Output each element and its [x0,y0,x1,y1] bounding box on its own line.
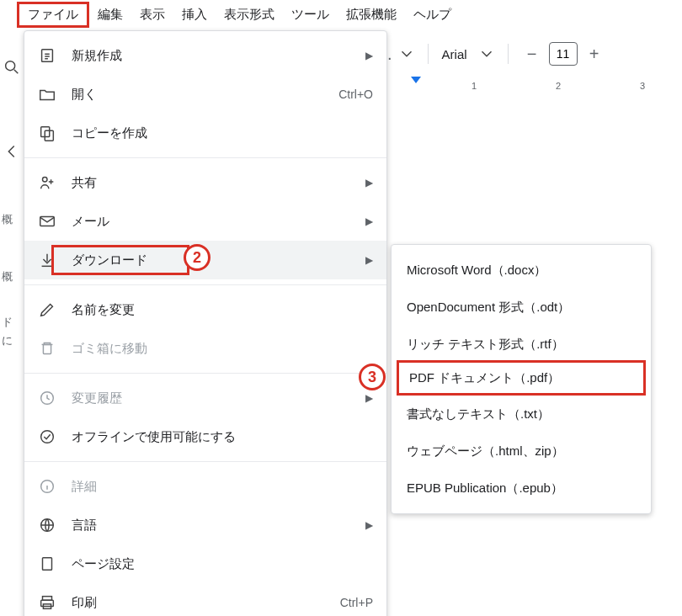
svg-rect-6 [43,344,51,353]
svg-rect-5 [40,217,55,226]
separator [428,44,429,64]
ruler-mark: 3 [640,81,645,91]
ruler-mark: 1 [472,81,477,91]
dropdown-small[interactable]: . [387,45,392,64]
separator [24,373,386,374]
submenu-arrow-icon: ▶ [365,392,373,404]
font-size-decrease[interactable]: − [522,44,542,64]
folder-icon [38,85,56,104]
menu-format[interactable]: 表示形式 [216,2,283,28]
outline-label2: 概 [2,269,13,284]
svg-point-4 [43,178,48,183]
outline-label: 概 [2,212,13,227]
file-plus-icon [38,46,56,65]
menu-help[interactable]: ヘルプ [405,2,460,28]
menu-tools[interactable]: ツール [283,2,338,28]
callout-3: 3 [359,364,386,390]
submenu-arrow-icon: ▶ [365,50,373,61]
download-txt[interactable]: 書式なしテキスト（.txt） [392,396,651,433]
callout-2: 2 [184,244,210,271]
menu-share[interactable]: 共有 ▶ [24,163,386,202]
font-select[interactable]: Arial [442,47,467,61]
menu-label: 変更履歴 [72,390,350,406]
menu-offline[interactable]: オフラインで使用可能にする [24,417,386,456]
submenu-arrow-icon: ▶ [365,177,373,189]
download-docx[interactable]: Microsoft Word（.docx） [392,252,651,289]
menu-label: ページ設定 [72,556,373,572]
separator [508,44,509,64]
shortcut-label: Ctrl+O [338,88,373,101]
menu-make-copy[interactable]: コピーを作成 [24,114,386,152]
offline-icon [38,427,56,446]
font-size-input[interactable]: 11 [549,42,578,66]
menu-print[interactable]: 印刷 Ctrl+P [24,583,386,616]
menu-email[interactable]: メール ▶ [24,202,386,241]
menu-label: 印刷 [72,595,325,611]
menu-label: オフラインで使用可能にする [72,429,373,445]
menu-label: メール [72,214,350,230]
submenu-arrow-icon: ▶ [365,519,373,531]
style-dropdown-arrow[interactable] [399,46,414,61]
page-icon [38,555,56,573]
menu-language[interactable]: 言語 ▶ [24,506,386,544]
shortcut-label: Ctrl+P [340,596,373,609]
info-icon [38,477,56,496]
separator [24,461,386,462]
menu-extensions[interactable]: 拡張機能 [338,2,405,28]
svg-point-8 [41,431,54,443]
indent-marker[interactable] [411,77,421,83]
trash-icon [38,339,56,358]
ruler-mark: 2 [556,81,561,91]
ruler[interactable]: 1 2 3 [387,81,682,101]
svg-point-0 [6,61,15,71]
download-html[interactable]: ウェブページ（.html、zip） [392,433,651,470]
copy-icon [38,124,56,142]
font-dropdown-arrow[interactable] [479,46,494,61]
menu-label: ゴミ箱に移動 [72,341,373,357]
ni-label: に [2,333,13,348]
search-icon[interactable] [0,50,24,84]
svg-rect-11 [43,558,52,571]
menu-label: 共有 [72,175,350,191]
menu-version-history: 変更履歴 ▶ [24,379,386,417]
separator [24,157,386,158]
submenu-arrow-icon: ▶ [365,254,373,266]
menu-label: 詳細 [72,479,373,495]
download-pdf[interactable]: PDF ドキュメント（.pdf） [397,360,646,396]
menu-edit[interactable]: 編集 [89,2,131,28]
menu-new[interactable]: 新規作成 ▶ [24,36,386,75]
svg-rect-1 [42,50,53,62]
menu-file[interactable]: ファイル [17,2,89,28]
share-icon [38,173,56,192]
menu-label: 名前を変更 [72,302,373,318]
back-icon[interactable] [0,135,24,168]
mail-icon [38,212,56,231]
menu-details: 詳細 [24,467,386,506]
download-odt[interactable]: OpenDocument 形式（.odt） [392,289,651,326]
menu-label: ダウンロード [72,252,350,268]
download-epub[interactable]: EPUB Publication（.epub） [392,470,651,507]
file-menu-dropdown: 新規作成 ▶ 開く Ctrl+O コピーを作成 共有 ▶ メール ▶ ダウンロー… [24,30,387,616]
separator [24,284,386,285]
menu-label: コピーを作成 [72,125,373,141]
download-icon [38,251,56,269]
left-strip [0,34,24,168]
globe-icon [38,516,56,534]
menu-view[interactable]: 表示 [131,2,173,28]
download-submenu: Microsoft Word（.docx） OpenDocument 形式（.o… [391,244,652,514]
menu-insert[interactable]: 挿入 [173,2,216,28]
menu-label: 開く [72,87,323,103]
download-rtf[interactable]: リッチ テキスト形式（.rtf） [392,326,651,363]
font-size-increase[interactable]: + [584,44,605,64]
doc-label: ド [2,315,13,330]
print-icon [38,593,56,612]
menu-rename[interactable]: 名前を変更 [24,290,386,329]
menu-label: 言語 [72,518,350,534]
pencil-icon [38,300,56,319]
submenu-arrow-icon: ▶ [365,215,373,227]
menu-open[interactable]: 開く Ctrl+O [24,75,386,114]
menu-trash: ゴミ箱に移動 [24,329,386,368]
history-icon [38,389,56,407]
menu-page-setup[interactable]: ページ設定 [24,544,386,583]
menubar: ファイル 編集 表示 挿入 表示形式 ツール 拡張機能 ヘルプ [0,0,682,30]
